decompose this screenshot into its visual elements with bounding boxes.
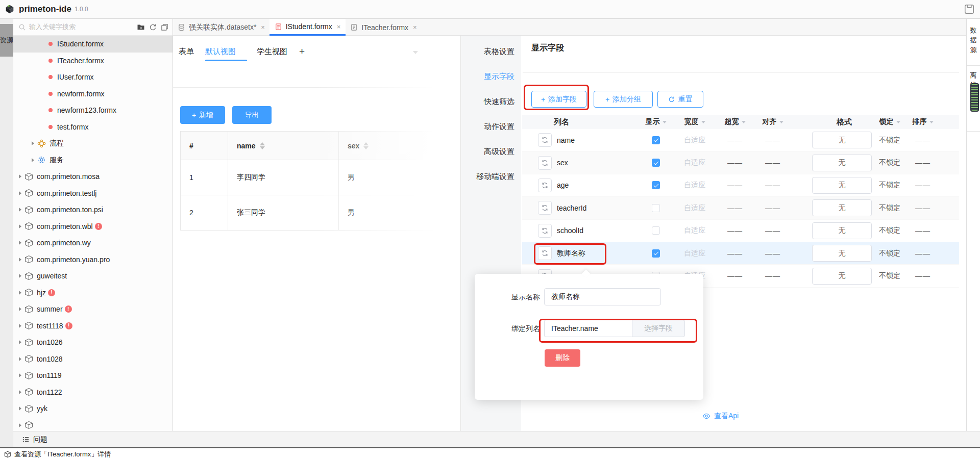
chevron-right-icon[interactable]: [19, 241, 21, 245]
chevron-right-icon[interactable]: [19, 191, 21, 195]
chevron-right-icon[interactable]: [19, 357, 21, 361]
field-row[interactable]: name 自适应 —— —— 无 不锁定 ——: [522, 129, 959, 151]
format-select[interactable]: 无: [812, 245, 872, 262]
tree-item-package[interactable]: com.primeton.wy: [13, 235, 173, 251]
add-record-button[interactable]: + 新增: [180, 106, 225, 124]
tree-item[interactable]: newform.formx: [13, 86, 173, 103]
chevron-right-icon[interactable]: [32, 141, 34, 145]
chevron-right-icon[interactable]: [19, 324, 21, 328]
collapse-all-icon[interactable]: [161, 23, 168, 31]
chevron-right-icon[interactable]: [19, 390, 21, 394]
chevron-right-icon[interactable]: [19, 291, 21, 295]
format-select[interactable]: 无: [812, 132, 872, 148]
add-group-button[interactable]: + 添加分组: [594, 91, 653, 108]
refresh-icon[interactable]: [149, 23, 157, 31]
new-folder-icon[interactable]: [137, 23, 145, 31]
close-icon[interactable]: ×: [413, 23, 417, 31]
tab-istudent-active[interactable]: IStudent.formx ×: [270, 19, 346, 36]
display-name-input[interactable]: 教师名称: [544, 288, 661, 305]
chevron-right-icon[interactable]: [19, 340, 21, 344]
nav-quick-filter[interactable]: 快速筛选: [461, 89, 521, 114]
format-select[interactable]: 无: [812, 222, 872, 239]
drag-swap-icon[interactable]: [538, 133, 552, 147]
header-align[interactable]: 对齐: [753, 117, 793, 126]
field-row[interactable]: teacherId 自适应 —— —— 无 不锁定 ——: [522, 197, 959, 219]
chevron-right-icon[interactable]: [19, 258, 21, 262]
tree-item[interactable]: IStudent.formx: [13, 36, 173, 53]
tree-item-service[interactable]: 服务: [13, 152, 173, 169]
drag-swap-icon[interactable]: [538, 201, 552, 215]
tree-item[interactable]: IUser.formx: [13, 69, 173, 86]
view-tab-student[interactable]: 学生视图: [257, 47, 287, 57]
format-select[interactable]: 无: [812, 177, 872, 194]
show-checkbox[interactable]: [652, 226, 660, 235]
search-input[interactable]: 输入关键字搜索: [29, 22, 137, 32]
nav-display-fields[interactable]: 显示字段: [461, 64, 521, 89]
drag-swap-icon[interactable]: [538, 178, 552, 192]
field-row[interactable]: sex 自适应 —— —— 无 不锁定 ——: [522, 151, 959, 174]
chevron-right-icon[interactable]: [19, 423, 21, 427]
tab-iteacher[interactable]: ITeacher.formx ×: [346, 19, 422, 36]
tree-item-package[interactable]: yyk: [13, 400, 173, 417]
save-icon[interactable]: [964, 4, 975, 15]
dock-tab-datasource[interactable]: 数据源: [967, 25, 980, 55]
reset-button[interactable]: 重置: [657, 91, 703, 108]
tree-item[interactable]: test.formx: [13, 119, 173, 136]
tree-item-package[interactable]: guweitest: [13, 268, 173, 285]
tree-item[interactable]: newform123.formx: [13, 102, 173, 119]
drag-swap-icon[interactable]: [538, 246, 552, 260]
header-lock[interactable]: 锁定: [874, 117, 905, 126]
chevron-right-icon[interactable]: [19, 274, 21, 278]
tree-item-package[interactable]: com.primeton.testlj: [13, 185, 173, 202]
dock-scrollbar-thumb[interactable]: [970, 83, 979, 112]
show-checkbox[interactable]: [652, 136, 660, 144]
tree-item-package[interactable]: com.primeton.wbl!: [13, 218, 173, 235]
bind-column-input[interactable]: ITeacher.name: [544, 320, 632, 337]
nav-action-settings[interactable]: 动作设置: [461, 114, 521, 139]
chevron-right-icon[interactable]: [19, 174, 21, 178]
problems-bar[interactable]: 问题: [13, 431, 980, 447]
tree-item-package[interactable]: ton1026: [13, 334, 173, 351]
field-row[interactable]: age 自适应 —— —— 无 不锁定 ——: [522, 174, 959, 197]
tree-item-package[interactable]: test1118!: [13, 318, 173, 335]
header-show[interactable]: 显示: [640, 117, 672, 126]
add-view-button[interactable]: +: [299, 46, 305, 57]
tab-dataset[interactable]: 强关联实体.datasetx* ×: [173, 19, 270, 36]
tree-item[interactable]: ITeacher.formx: [13, 53, 173, 69]
tree-item-flow[interactable]: 流程: [13, 135, 173, 152]
chevron-right-icon[interactable]: [19, 208, 21, 212]
activity-tab-resources[interactable]: 资源: [0, 24, 13, 57]
chevron-right-icon[interactable]: [19, 373, 21, 377]
sort-icons[interactable]: [260, 142, 265, 149]
format-select[interactable]: 无: [812, 155, 872, 171]
view-tab-form[interactable]: 表单: [179, 47, 194, 57]
nav-mobile-settings[interactable]: 移动端设置: [461, 164, 521, 189]
tree-item-package[interactable]: ton1119: [13, 367, 173, 384]
close-icon[interactable]: ×: [261, 23, 265, 31]
chevron-right-icon[interactable]: [32, 158, 34, 162]
tree-item-package[interactable]: com.primeton.mosa: [13, 168, 173, 185]
field-row-teacher-name[interactable]: 教师名称 自适应 —— —— 无 不锁定 ——: [522, 242, 959, 265]
format-select[interactable]: 无: [812, 199, 872, 216]
tree-item-package[interactable]: [13, 417, 173, 431]
drag-swap-icon[interactable]: [538, 224, 552, 238]
add-field-button[interactable]: + 添加字段: [531, 91, 586, 108]
field-row[interactable]: schoolId 自适应 —— —— 无 不锁定 ——: [522, 220, 959, 242]
view-api-link[interactable]: 查看Api: [702, 412, 739, 421]
view-tab-default[interactable]: 默认视图: [205, 47, 236, 57]
format-select[interactable]: 无: [812, 268, 872, 285]
column-header-sex[interactable]: sex: [339, 131, 454, 160]
show-checkbox[interactable]: [652, 159, 660, 167]
chevron-right-icon[interactable]: [19, 224, 21, 228]
tree-item-package[interactable]: summer!: [13, 301, 173, 318]
show-checkbox[interactable]: [652, 249, 660, 258]
sort-icons[interactable]: [363, 142, 369, 149]
chevron-right-icon[interactable]: [19, 307, 21, 311]
tree-item-package[interactable]: ton1122: [13, 384, 173, 401]
export-button[interactable]: 导出: [232, 106, 272, 124]
header-sort[interactable]: 排序: [905, 117, 959, 126]
chevron-down-icon[interactable]: [413, 51, 418, 54]
delete-field-button[interactable]: 删除: [545, 349, 580, 367]
column-header-name[interactable]: name: [228, 131, 339, 160]
tree-item-package[interactable]: hjz!: [13, 285, 173, 301]
